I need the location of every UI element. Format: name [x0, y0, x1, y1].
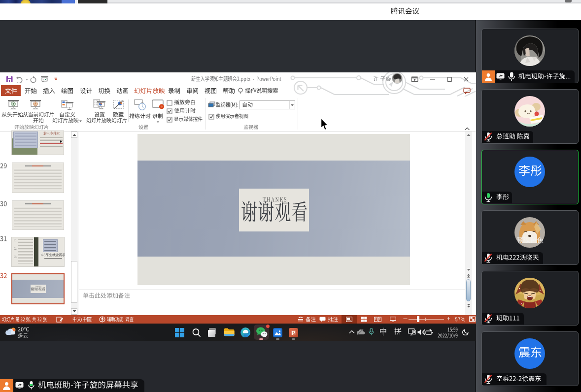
svg-text:P: P — [292, 330, 295, 336]
